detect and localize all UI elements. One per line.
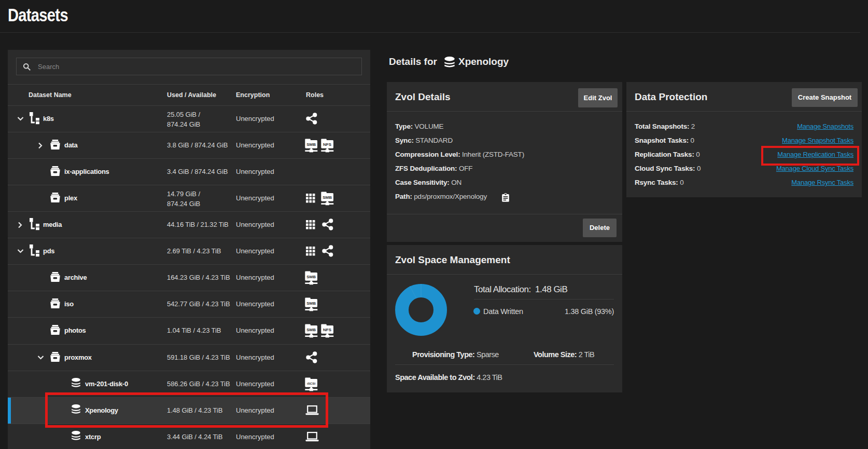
svg-text:SMB: SMB [306,142,316,147]
svg-text:SMB: SMB [306,328,316,332]
svg-text:NFS: NFS [323,142,332,147]
svg-text:iSCSI: iSCSI [307,382,315,385]
svg-text:SMB: SMB [323,195,332,200]
svg-text:SMB: SMB [306,301,316,306]
svg-text:NFS: NFS [323,328,332,332]
svg-text:SMB: SMB [306,275,316,279]
